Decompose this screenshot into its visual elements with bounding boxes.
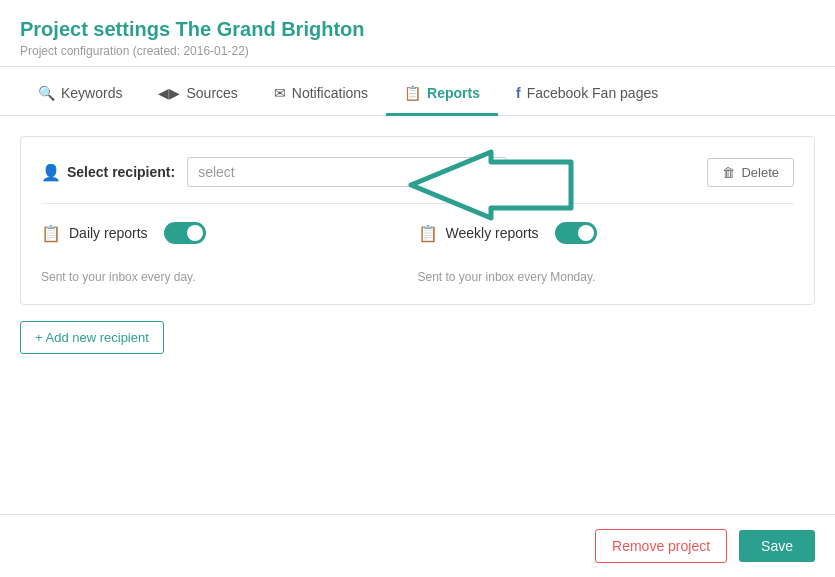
user-icon: 👤 [41, 163, 61, 182]
save-button[interactable]: Save [739, 530, 815, 562]
daily-report-toggle[interactable] [164, 222, 206, 244]
daily-report-desc: Sent to your inbox every day. [41, 270, 418, 284]
recipient-card: 👤 Select recipient: select 🗑 Delete [20, 136, 815, 305]
sources-icon: ◀▶ [158, 85, 180, 101]
weekly-report-item: 📋 Weekly reports Sent to your inbox ever… [418, 222, 795, 284]
page-subtitle: Project configuration (created: 2016-01-… [20, 44, 815, 58]
reports-row: 📋 Daily reports Sent to your inbox every… [41, 222, 794, 284]
page-header: Project settings The Grand Brighton Proj… [0, 0, 835, 66]
add-recipient-button[interactable]: + Add new recipient [20, 321, 164, 354]
page-title: Project settings The Grand Brighton [20, 18, 815, 41]
header-divider [0, 66, 835, 67]
daily-report-icon: 📋 [41, 224, 61, 243]
remove-project-button[interactable]: Remove project [595, 529, 727, 563]
daily-report-item: 📋 Daily reports Sent to your inbox every… [41, 222, 418, 284]
weekly-toggle-slider [555, 222, 597, 244]
daily-report-header: 📋 Daily reports [41, 222, 418, 244]
page-footer: Remove project Save [0, 514, 835, 577]
tab-sources[interactable]: ◀▶ Sources [140, 73, 255, 116]
title-static: Project settings [20, 18, 176, 40]
notifications-icon: ✉ [274, 85, 286, 101]
weekly-report-icon: 📋 [418, 224, 438, 243]
tab-keywords[interactable]: 🔍 Keywords [20, 73, 140, 116]
daily-toggle-slider [164, 222, 206, 244]
weekly-report-label: 📋 Weekly reports [418, 224, 539, 243]
reports-icon: 📋 [404, 85, 421, 101]
weekly-report-header: 📋 Weekly reports [418, 222, 795, 244]
delete-button[interactable]: 🗑 Delete [707, 158, 794, 187]
trash-icon: 🗑 [722, 165, 735, 180]
recipient-select[interactable]: select [187, 157, 507, 187]
main-content: 👤 Select recipient: select 🗑 Delete [0, 116, 835, 374]
tab-facebook[interactable]: f Facebook Fan pages [498, 73, 676, 116]
recipient-label: 👤 Select recipient: [41, 163, 175, 182]
daily-report-label: 📋 Daily reports [41, 224, 148, 243]
tabs-container: 🔍 Keywords ◀▶ Sources ✉ Notifications 📋 … [0, 73, 835, 116]
recipient-row: 👤 Select recipient: select 🗑 Delete [41, 157, 794, 204]
weekly-report-desc: Sent to your inbox every Monday. [418, 270, 795, 284]
facebook-icon: f [516, 85, 521, 101]
title-project: The Grand Brighton [176, 18, 365, 40]
tab-reports[interactable]: 📋 Reports [386, 73, 498, 116]
weekly-report-toggle[interactable] [555, 222, 597, 244]
search-icon: 🔍 [38, 85, 55, 101]
tab-notifications[interactable]: ✉ Notifications [256, 73, 386, 116]
